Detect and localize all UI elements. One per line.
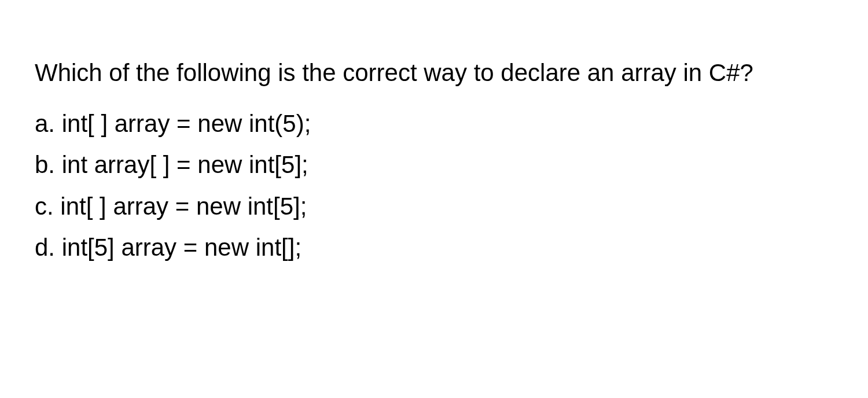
option-d-text: int[5] array = new int[]; bbox=[62, 234, 301, 261]
option-a: a. int[ ] array = new int(5); bbox=[35, 105, 833, 142]
question-container: Which of the following is the correct wa… bbox=[0, 0, 868, 304]
option-d-label: d. bbox=[35, 234, 55, 261]
option-b-label: b. bbox=[35, 151, 55, 178]
option-c-text: int[ ] array = new int[5]; bbox=[60, 193, 307, 220]
option-d: d. int[5] array = new int[]; bbox=[35, 229, 833, 266]
option-b-text: int array[ ] = new int[5]; bbox=[62, 151, 308, 178]
option-c: c. int[ ] array = new int[5]; bbox=[35, 187, 833, 225]
option-a-label: a. bbox=[35, 110, 55, 137]
question-text: Which of the following is the correct wa… bbox=[35, 52, 833, 93]
option-c-label: c. bbox=[35, 193, 54, 220]
option-b: b. int array[ ] = new int[5]; bbox=[35, 146, 833, 183]
option-a-text: int[ ] array = new int(5); bbox=[62, 110, 311, 137]
